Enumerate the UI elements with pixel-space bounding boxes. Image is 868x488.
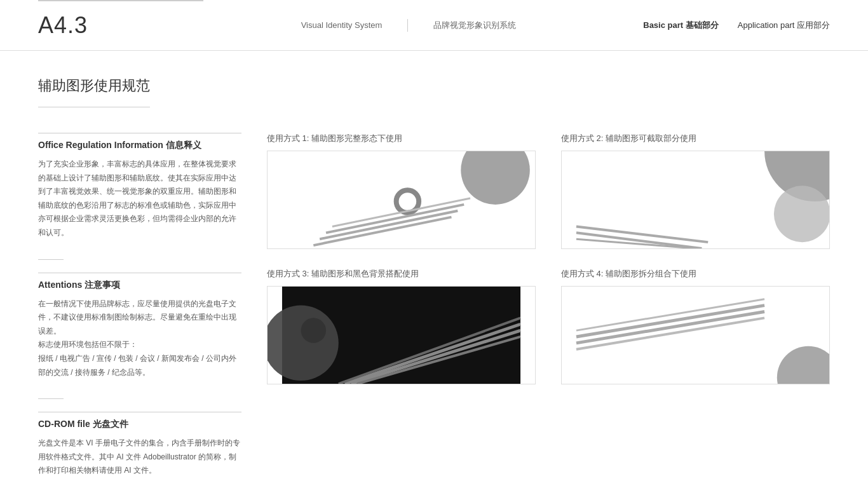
example-3-label: 使用方式 3: 辅助图形和黑色背景搭配使用	[267, 268, 536, 280]
section1-heading: Office Regulation Information 信息释义	[38, 133, 241, 151]
example-4-svg	[562, 287, 829, 384]
top-decoration-line	[38, 0, 203, 1]
brand-name-zh: 品牌视觉形象识别系统	[433, 20, 516, 31]
example-3-image	[267, 286, 536, 384]
right-column: 使用方式 1: 辅助图形完整形态下使用	[267, 133, 830, 488]
example-1-image	[267, 151, 536, 249]
brand-name-en: Visual Identity System	[301, 20, 383, 30]
example-1-svg	[268, 151, 535, 248]
page-number: A4.3	[38, 12, 241, 39]
left-column: Office Regulation Information 信息释义 为了充实企…	[38, 133, 241, 488]
section-cdrom: CD-ROM file 光盘文件 光盘文件是本 VI 手册电子文件的集合，内含手…	[38, 412, 241, 478]
nav-application[interactable]: Application part 应用部分	[738, 20, 830, 31]
section2-heading: Attentions 注意事项	[38, 273, 241, 291]
section-divider-1	[38, 259, 64, 260]
section2-body: 在一般情况下使用品牌标志，应尽量使用提供的光盘电子文件，不建议使用标准制图绘制标…	[38, 297, 241, 380]
example-3: 使用方式 3: 辅助图形和黑色背景搭配使用	[267, 268, 536, 384]
header-divider	[407, 19, 408, 32]
section-divider-2	[38, 398, 64, 399]
section3-heading: CD-ROM file 光盘文件	[38, 412, 241, 430]
example-3-svg	[268, 287, 535, 384]
section-office-regulation: Office Regulation Information 信息释义 为了充实企…	[38, 133, 241, 240]
svg-point-9	[774, 186, 829, 242]
page-header: A4.3 Visual Identity System 品牌视觉形象识别系统 B…	[0, 0, 868, 51]
examples-grid: 使用方式 1: 辅助图形完整形态下使用	[267, 133, 830, 384]
example-4-image	[561, 286, 830, 384]
section3-body: 光盘文件是本 VI 手册电子文件的集合，内含手册制作时的专用软件格式文件。其中 …	[38, 437, 241, 478]
example-1-label: 使用方式 1: 辅助图形完整形态下使用	[267, 133, 536, 144]
page-title: 辅助图形使用规范	[38, 76, 150, 95]
example-4: 使用方式 4: 辅助图形拆分组合下使用	[561, 268, 830, 384]
example-2-svg	[562, 151, 829, 248]
header-nav: Basic part 基础部分 Application part 应用部分	[576, 20, 830, 31]
page-title-section: 辅助图形使用规范	[38, 76, 150, 107]
main-layout: Office Regulation Information 信息释义 为了充实企…	[38, 133, 830, 488]
nav-basic[interactable]: Basic part 基础部分	[643, 20, 719, 31]
example-2-label: 使用方式 2: 辅助图形可截取部分使用	[561, 133, 830, 144]
example-2-image	[561, 151, 830, 249]
section1-body: 为了充实企业形象，丰富标志的具体应用，在整体视觉要求的基础上设计了辅助图形和辅助…	[38, 158, 241, 240]
example-4-label: 使用方式 4: 辅助图形拆分组合下使用	[561, 268, 830, 280]
example-2: 使用方式 2: 辅助图形可截取部分使用	[561, 133, 830, 249]
header-left: A4.3	[38, 12, 241, 39]
section-attentions: Attentions 注意事项 在一般情况下使用品牌标志，应尽量使用提供的光盘电…	[38, 273, 241, 380]
header-center: Visual Identity System 品牌视觉形象识别系统	[241, 19, 576, 32]
example-1: 使用方式 1: 辅助图形完整形态下使用	[267, 133, 536, 249]
svg-point-15	[301, 318, 326, 342]
page-content: 辅助图形使用规范 Office Regulation Information 信…	[0, 51, 868, 488]
